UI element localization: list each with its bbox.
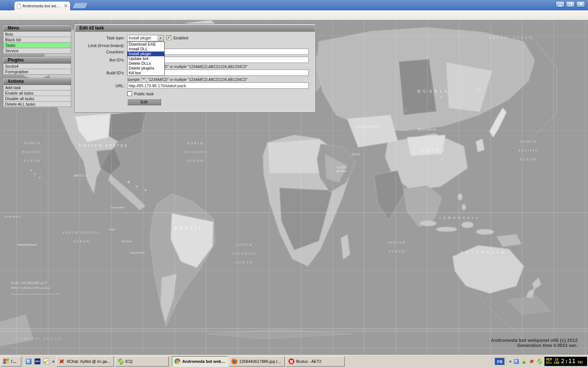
- taskbar-task-firefox-image[interactable]: 1358443617886.jpg (Im...: [229, 356, 285, 367]
- tab-close-icon[interactable]: ✕: [64, 4, 68, 8]
- map-label-russia: RUSSIA: [417, 88, 450, 94]
- public-task-label: Public task: [134, 92, 154, 96]
- map-label-french-polynesia: French Polynesia: [18, 243, 36, 246]
- dropdown-option-update-bot[interactable]: Update bot: [128, 56, 164, 61]
- task-url-input[interactable]: [127, 82, 309, 89]
- task-type-select[interactable]: Install plugin ▼: [127, 35, 164, 41]
- sidebar-plugins-header: Plugins: [3, 57, 71, 63]
- enabled-checkbox[interactable]: ✓: [166, 35, 171, 40]
- quick-launch-app1-button[interactable]: [25, 358, 32, 365]
- map-scale-bar: [11, 293, 59, 294]
- quick-launch-dev-button[interactable]: DEV: [34, 358, 41, 365]
- sidebar-item-socks4[interactable]: Socks4: [3, 63, 71, 69]
- browser-tab[interactable]: Andromeda bot webpanel ✕: [14, 1, 71, 10]
- firefox-icon: [232, 358, 237, 364]
- desktop: Andromeda bot webpanel ✕ ✕ ← → puppyclot…: [0, 0, 588, 368]
- timezone-digit: 9: [441, 157, 443, 161]
- clock-time: 2:11: [561, 358, 576, 365]
- sidebar-item-formgrabber[interactable]: Formgrabber: [3, 69, 71, 74]
- close-button[interactable]: ✕: [576, 1, 585, 7]
- new-tab-button[interactable]: [72, 3, 88, 8]
- restore-button[interactable]: [566, 1, 575, 7]
- map-label-china: CHINA: [422, 148, 447, 153]
- brutus-error-icon: [288, 358, 294, 364]
- tray-app-icon[interactable]: [514, 359, 519, 364]
- panel-credit-line1: Andromeda bot webpanel v06 (c) 2012: [491, 337, 578, 343]
- select-arrow-icon[interactable]: ▼: [158, 36, 163, 40]
- map-scale-line2: Miller Cylindrical Projection: [11, 286, 59, 290]
- dropdown-option-kill-bot[interactable]: Kill bot: [128, 71, 164, 75]
- tray-user-status-icon[interactable]: [521, 359, 527, 364]
- dropdown-option-install-plugin[interactable]: Install plugin: [128, 52, 164, 56]
- taskbar-task-xchat[interactable]: XChat: Xylitol @ irc.gate...: [56, 356, 114, 367]
- sidebar-item-service[interactable]: Service: [3, 48, 71, 53]
- dropdown-option-install-dll[interactable]: Install DLL: [128, 47, 164, 52]
- build-ids-label: Build ID's:: [75, 71, 125, 75]
- map-label-south-atlantic-ocean: SOUTH ATLANTIC OCEAN: [232, 240, 257, 267]
- minimize-button[interactable]: [556, 1, 564, 7]
- sidebar-item-delete-all-tasks[interactable]: Delete ALL tasks: [3, 101, 71, 107]
- sidebar-item-add-task[interactable]: Add task: [3, 85, 71, 90]
- task-type-dropdown-list: Download EXE Install DLL Install plugin …: [127, 42, 165, 76]
- taskbar-task-brutus[interactable]: Brutus - AET2: [286, 356, 345, 367]
- tray-icq-icon[interactable]: [537, 359, 542, 364]
- edit-task-panel: Edit #2 task Task type: Install plugin ▼…: [75, 24, 315, 112]
- map-scale-line1: Scale 1:85,000,000 at 0°: [11, 281, 59, 285]
- task-label: ICQ: [125, 359, 133, 364]
- sidebar-menu-header: Menu: [3, 25, 71, 31]
- page-favicon: [17, 4, 21, 8]
- sidebar-item-enable-all-tasks[interactable]: Enable all tasks: [3, 90, 71, 96]
- map-label-brazil: BRAZIL: [174, 226, 203, 231]
- language-indicator[interactable]: FR: [495, 358, 505, 365]
- url-label: URL:: [75, 84, 125, 88]
- panel-credit-line2: Generation time 0.0023 sec.: [517, 343, 578, 348]
- map-label-iran: IRAN: [351, 153, 360, 156]
- taskbar-task-andromeda-active[interactable]: Andromeda bot webp...: [172, 356, 228, 367]
- sidebar-item-disable-all-tasks[interactable]: Disable all tasks: [3, 96, 71, 101]
- memory-readout: MEM 81%: [546, 358, 552, 365]
- edit-submit-button[interactable]: Edit: [127, 99, 161, 105]
- map-label-north-atlantic-ocean: NORTH ATLANTIC OCEAN: [183, 139, 208, 165]
- quick-launch-editor-button[interactable]: [43, 358, 50, 365]
- panel-body: Task type: Install plugin ▼ ✓ Enabled Li…: [75, 32, 315, 112]
- enabled-label: Enabled: [173, 36, 188, 40]
- sidebar-item-black-list[interactable]: Black list: [3, 37, 71, 42]
- build-ids-sample-text: Sample: "*", "1234ABCD" or multiple "123…: [127, 78, 248, 82]
- map-scale-note: Scale 1:85,000,000 at 0° Miller Cylindri…: [11, 281, 59, 294]
- tray-xchat-icon[interactable]: [529, 359, 534, 364]
- map-label-indonesia: INDONESIA: [440, 216, 481, 220]
- sidebar-plugins-box: Plugins Socks4 Formgrabber: [3, 57, 71, 75]
- timezone-digit: 10: [440, 95, 443, 99]
- dropdown-option-delete-plugins[interactable]: Delete plugins: [128, 66, 164, 71]
- icq-flower-icon: [118, 358, 123, 364]
- task-label: XChat: Xylitol @ irc.gate...: [67, 359, 111, 364]
- start-button-label: !Xyl2k: [11, 359, 19, 364]
- map-label-kiribati: KIRIBATI: [5, 215, 22, 218]
- close-icon: ✕: [579, 2, 582, 6]
- start-button[interactable]: !Xyl2k: [1, 356, 21, 367]
- timezone-digit: 7: [389, 98, 391, 102]
- dropdown-option-delete-dlls[interactable]: Delete DLLs: [128, 61, 164, 66]
- public-task-checkbox[interactable]: [127, 91, 132, 96]
- map-label-mongolia: MONGOLIA: [417, 128, 437, 131]
- map-label-kazakhstan: KAZAKHSTAN: [356, 125, 379, 128]
- tab-title: Andromeda bot webpanel: [22, 4, 62, 8]
- sidebar-menu-box: Menu Bots Black list Tasks Service: [3, 25, 71, 54]
- restore-icon: [569, 3, 572, 6]
- map-label-united-states: UNITED STATES: [79, 143, 128, 148]
- map-label-australia: AUSTRALIA: [460, 250, 506, 254]
- tray-clock[interactable]: MEM 81% 18 JAN 2:11 FRI: [544, 357, 587, 366]
- sidebar-item-bots[interactable]: Bots: [3, 31, 71, 37]
- map-label-arctic-ocean-top: ARCTIC OCEAN: [488, 36, 533, 40]
- tray-overflow-chevron[interactable]: «: [509, 359, 512, 364]
- sidebar-item-tasks[interactable]: Tasks: [3, 42, 71, 48]
- task-type-value: Install plugin: [129, 36, 151, 40]
- map-label-indian-ocean: INDIAN OCEAN: [388, 238, 406, 256]
- map-label-argentina: ARGENTINA: [130, 251, 145, 254]
- map-label-mexico: MEXICO: [74, 174, 88, 177]
- task-label: 1358443617886.jpg (Im...: [239, 359, 282, 364]
- mem-value: 81%: [546, 361, 552, 365]
- task-label: Brutus - AET2: [296, 359, 321, 364]
- taskbar-task-icq[interactable]: ICQ: [115, 356, 169, 367]
- dropdown-option-download-exe[interactable]: Download EXE: [128, 42, 164, 47]
